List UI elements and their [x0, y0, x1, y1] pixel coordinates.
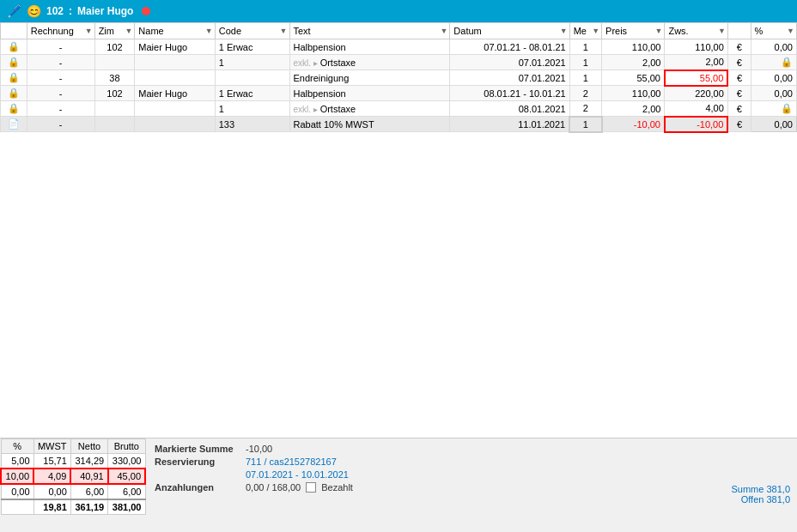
table-wrapper[interactable]: Rechnung ▼ Zim ▼ Name ▼ Code ▼ Text ▼ Da… — [0, 22, 797, 438]
cell-zim — [94, 55, 135, 70]
main-content: Rechnung ▼ Zim ▼ Name ▼ Code ▼ Text ▼ Da… — [0, 22, 797, 438]
footer-left: % MWST Netto Brutto 5,0015,71314,29330,0… — [0, 438, 146, 532]
col-header-preis[interactable]: Preis ▼ — [602, 23, 665, 39]
table-row[interactable]: 🔒-102Maier Hugo1 ErwacHalbpension08.01.2… — [1, 86, 797, 101]
summary-cell-brutto: 330,00 — [108, 454, 145, 469]
summary-body: 5,0015,71314,29330,0010,004,0940,9145,00… — [1, 454, 145, 515]
cell-datum: 08.01.21 - 10.01.21 — [450, 86, 569, 101]
cell-text: Endreinigung — [289, 70, 450, 86]
cell-lock: 🔒 — [1, 101, 27, 117]
cell-code: 1 Erwac — [215, 86, 289, 101]
reservierung-row: Reservierung 711 / cas2152782167 — [155, 456, 711, 467]
summary-table: % MWST Netto Brutto 5,0015,71314,29330,0… — [0, 438, 146, 515]
cell-rechnung: - — [27, 117, 94, 132]
cell-datum: 11.01.2021 — [450, 117, 569, 132]
cell-rechnung: - — [27, 101, 94, 117]
anzahlungen-row: Anzahlungen 0,00 / 168,00 Bezahlt — [155, 482, 711, 493]
summe-value: 381,0 — [766, 484, 790, 494]
table-row[interactable]: 📄-133Rabatt 10% MWST11.01.20211-10,00-10… — [1, 117, 797, 132]
col-header-text[interactable]: Text ▼ — [289, 23, 450, 39]
offen-row: Offen 381,0 — [720, 494, 790, 505]
cell-rechnung: - — [27, 39, 94, 55]
table-row[interactable]: 🔒-1exkl. ▸ Ortstaxe08.01.202122,004,00€🔒 — [1, 101, 797, 117]
cell-text: Rabatt 10% MWST — [289, 117, 450, 132]
summary-row: 19,81361,19381,00 — [1, 499, 145, 515]
col-header-me[interactable]: Me ▼ — [569, 23, 601, 39]
summary-cell-netto: 40,91 — [70, 469, 107, 484]
reservierung-value: 711 / cas2152782167 — [246, 456, 337, 467]
cell-me: 2 — [569, 86, 601, 101]
cell-name — [135, 70, 215, 86]
cell-preis: 2,00 — [602, 55, 665, 70]
offen-value: 381,0 — [766, 494, 790, 505]
markierte-summe-row: Markierte Summe -10,00 — [155, 444, 711, 454]
col-header-name[interactable]: Name ▼ — [135, 23, 215, 39]
cell-me: 1 — [569, 117, 601, 132]
table-row[interactable]: 🔒-1exkl. ▸ Ortstaxe07.01.202112,002,00€🔒 — [1, 55, 797, 70]
summary-cell-netto: 361,19 — [70, 499, 107, 515]
bezahlt-label: Bezahlt — [321, 482, 353, 493]
cell-lock: 🔒 — [1, 86, 27, 101]
cell-zim: 102 — [94, 39, 135, 55]
footer-info: Markierte Summe -10,00 Reservierung 711 … — [146, 438, 720, 532]
col-header-lock[interactable] — [1, 23, 27, 39]
cell-zws: -10,00 — [665, 117, 727, 132]
cell-pct: 0,00 — [751, 86, 796, 101]
summary-col-brutto: Brutto — [108, 439, 145, 454]
summe-label: Summe — [732, 484, 764, 494]
table-header-row: Rechnung ▼ Zim ▼ Name ▼ Code ▼ Text ▼ Da… — [1, 23, 797, 39]
cell-code — [215, 70, 289, 86]
col-header-datum[interactable]: Datum ▼ — [450, 23, 569, 39]
cell-zim — [94, 117, 135, 132]
cell-name: Maier Hugo — [135, 39, 215, 55]
col-header-pct[interactable]: % ▼ — [751, 23, 796, 39]
cell-lock: 🔒 — [1, 55, 27, 70]
cell-text: exkl. ▸ Ortstaxe — [289, 101, 450, 117]
title-icon: 🖊️ — [7, 4, 21, 18]
cell-euro: € — [727, 39, 751, 55]
cell-rechnung: - — [27, 70, 94, 86]
cell-preis: 2,00 — [602, 101, 665, 117]
summary-cell-brutto: 381,00 — [108, 499, 145, 515]
cell-zim: 38 — [94, 70, 135, 86]
summary-cell-mwst: 4,09 — [33, 469, 70, 484]
col-header-rechnung[interactable]: Rechnung ▼ — [27, 23, 94, 39]
table-row[interactable]: 🔒-38Endreinigung07.01.2021155,0055,00€0,… — [1, 70, 797, 86]
summary-col-mwst: MWST — [33, 439, 70, 454]
cell-pct: 🔒 — [751, 55, 796, 70]
summary-cell-mwst: 15,71 — [33, 454, 70, 469]
cell-name — [135, 55, 215, 70]
title-separator: : — [69, 5, 72, 17]
title-dot — [142, 7, 150, 15]
cell-zws: 220,00 — [665, 86, 727, 101]
cell-code: 1 Erwac — [215, 39, 289, 55]
cell-rechnung: - — [27, 86, 94, 101]
offen-label: Offen — [741, 494, 764, 505]
cell-lock: 🔒 — [1, 70, 27, 86]
table-body: 🔒-102Maier Hugo1 ErwacHalbpension07.01.2… — [1, 39, 797, 132]
footer: % MWST Netto Brutto 5,0015,71314,29330,0… — [0, 438, 797, 532]
summary-cell-pct: 10,00 — [1, 469, 33, 484]
summary-row: 10,004,0940,9145,00 — [1, 469, 145, 484]
cell-me: 1 — [569, 55, 601, 70]
title-smiley: 😊 — [27, 4, 41, 18]
col-header-zim[interactable]: Zim ▼ — [94, 23, 135, 39]
cell-zws: 4,00 — [665, 101, 727, 117]
cell-rechnung: - — [27, 55, 94, 70]
cell-preis: -10,00 — [602, 117, 665, 132]
cell-code: 1 — [215, 55, 289, 70]
title-bar: 🖊️ 😊 102 : Maier Hugo — [0, 0, 797, 22]
col-header-zws[interactable]: Zws. ▼ — [665, 23, 727, 39]
title-name: Maier Hugo — [77, 5, 133, 17]
table-row[interactable]: 🔒-102Maier Hugo1 ErwacHalbpension07.01.2… — [1, 39, 797, 55]
cell-preis: 110,00 — [602, 86, 665, 101]
cell-datum: 07.01.21 - 08.01.21 — [450, 39, 569, 55]
markierte-summe-label: Markierte Summe — [155, 444, 240, 454]
summary-col-netto: Netto — [70, 439, 107, 454]
cell-code: 133 — [215, 117, 289, 132]
cell-datum: 07.01.2021 — [450, 70, 569, 86]
col-header-code[interactable]: Code ▼ — [215, 23, 289, 39]
cell-euro: € — [727, 55, 751, 70]
bezahlt-checkbox[interactable] — [306, 482, 316, 493]
cell-name — [135, 101, 215, 117]
